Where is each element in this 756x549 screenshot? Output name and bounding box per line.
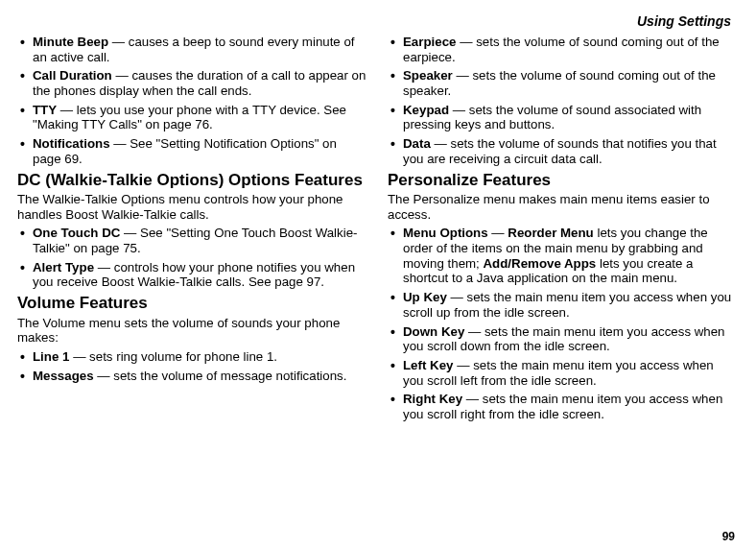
heading-personalize: Personalize Features xyxy=(388,171,737,190)
term: Menu Options xyxy=(403,226,488,240)
inline-bold: Reorder Menu xyxy=(508,226,593,240)
term: Messages xyxy=(33,369,94,383)
list-item: Speaker — sets the volume of sound comin… xyxy=(388,68,737,98)
term: Notifications xyxy=(33,136,110,151)
list-item: Up Key — sets the main menu item you acc… xyxy=(388,290,737,320)
term: Speaker xyxy=(403,68,453,83)
inline-bold: Add/Remove Apps xyxy=(484,256,597,271)
left-column: Minute Beep — causes a beep to sound eve… xyxy=(17,35,366,426)
sep: — xyxy=(488,226,508,240)
list-item: Call Duration — causes the duration of a… xyxy=(17,68,366,98)
list-item: Keypad — sets the volume of sound associ… xyxy=(388,103,737,132)
list-item: Down Key — sets the main menu item you a… xyxy=(388,324,737,354)
list-dc: One Touch DC — See "Setting One Touch Bo… xyxy=(17,226,366,290)
list-item: Minute Beep — causes a beep to sound eve… xyxy=(17,35,366,64)
term: Earpiece xyxy=(403,35,456,49)
list-item: Line 1 — sets ring volume for phone line… xyxy=(17,349,366,365)
list-volume-right: Earpiece — sets the volume of sound comi… xyxy=(388,35,737,167)
list-item: One Touch DC — See "Setting One Touch Bo… xyxy=(17,226,366,255)
list-top-left: Minute Beep — causes a beep to sound eve… xyxy=(17,35,366,167)
columns: Minute Beep — causes a beep to sound eve… xyxy=(17,35,737,426)
term: Minute Beep xyxy=(33,35,108,49)
list-item: Earpiece — sets the volume of sound comi… xyxy=(388,35,737,64)
term: Up Key xyxy=(403,290,447,304)
section-header: Using Settings xyxy=(17,13,737,29)
term: Left Key xyxy=(403,358,453,372)
list-item: Data — sets the volume of sounds that no… xyxy=(388,136,737,166)
term: Alert Type xyxy=(33,260,94,274)
list-item: Notifications — See "Setting Notificatio… xyxy=(17,136,366,166)
desc: — sets the volume of sounds that notifie… xyxy=(403,136,717,166)
right-column: Earpiece — sets the volume of sound comi… xyxy=(388,35,737,426)
term: One Touch DC xyxy=(33,226,120,240)
list-item: Menu Options — Reorder Menu lets you cha… xyxy=(388,226,737,286)
list-item: TTY — lets you use your phone with a TTY… xyxy=(17,103,366,132)
page: Using Settings Minute Beep — causes a be… xyxy=(0,0,756,436)
heading-dc-options: DC (Walkie-Talkie Options) Options Featu… xyxy=(17,171,366,190)
intro-personalize: The Personalize menu makes main menu ite… xyxy=(388,192,737,222)
list-item: Left Key — sets the main menu item you a… xyxy=(388,358,737,388)
desc: — lets you use your phone with a TTY dev… xyxy=(33,103,346,132)
desc: — sets ring volume for phone line 1. xyxy=(69,349,277,364)
list-item: Right Key — sets the main menu item you … xyxy=(388,392,737,421)
desc: — sets the volume of message notificatio… xyxy=(94,369,347,383)
list-item: Alert Type — controls how your phone not… xyxy=(17,260,366,290)
desc: — sets the main menu item you access whe… xyxy=(403,290,731,320)
term: Line 1 xyxy=(33,349,69,364)
heading-volume: Volume Features xyxy=(17,294,366,313)
term: Down Key xyxy=(403,324,464,339)
term: Data xyxy=(403,136,431,151)
intro-dc: The Walkie-Talkie Options menu controls … xyxy=(17,192,366,222)
list-personalize: Menu Options — Reorder Menu lets you cha… xyxy=(388,226,737,421)
page-number: 99 xyxy=(722,530,735,543)
intro-volume: The Volume menu sets the volume of sound… xyxy=(17,316,366,346)
list-volume: Line 1 — sets ring volume for phone line… xyxy=(17,349,366,383)
term: TTY xyxy=(33,103,57,117)
list-item: Messages — sets the volume of message no… xyxy=(17,369,366,384)
term: Right Key xyxy=(403,392,462,406)
term: Keypad xyxy=(403,103,449,117)
term: Call Duration xyxy=(33,68,112,83)
